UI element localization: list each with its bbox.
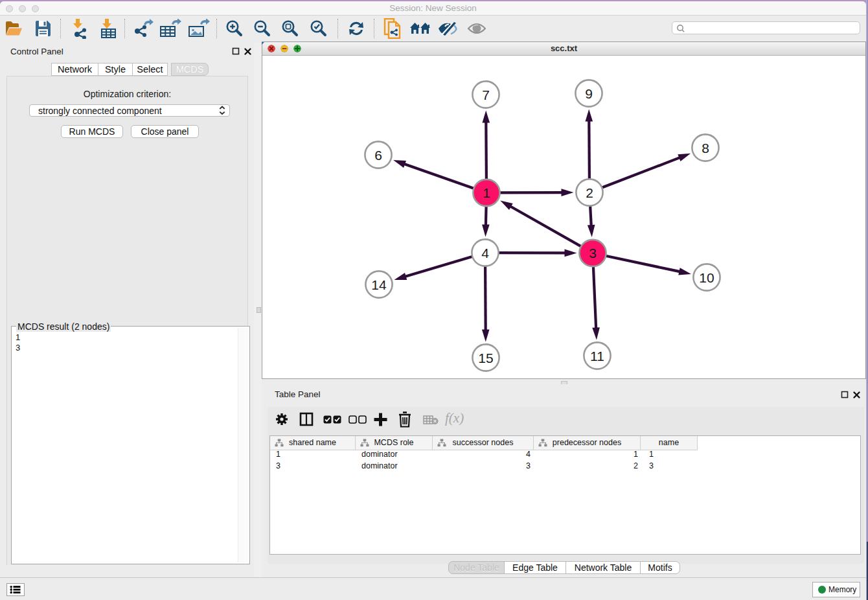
svg-text:1: 1 xyxy=(483,185,490,200)
svg-text:10: 10 xyxy=(699,270,714,285)
svg-text:14: 14 xyxy=(371,277,387,292)
svg-text:3: 3 xyxy=(589,246,597,260)
svg-text:7: 7 xyxy=(482,87,490,102)
svg-text:2: 2 xyxy=(586,185,593,200)
svg-text:8: 8 xyxy=(702,141,709,156)
svg-text:4: 4 xyxy=(481,246,489,260)
svg-text:6: 6 xyxy=(374,148,382,163)
svg-text:11: 11 xyxy=(590,349,604,363)
svg-text:15: 15 xyxy=(478,351,493,365)
svg-text:9: 9 xyxy=(585,86,593,101)
